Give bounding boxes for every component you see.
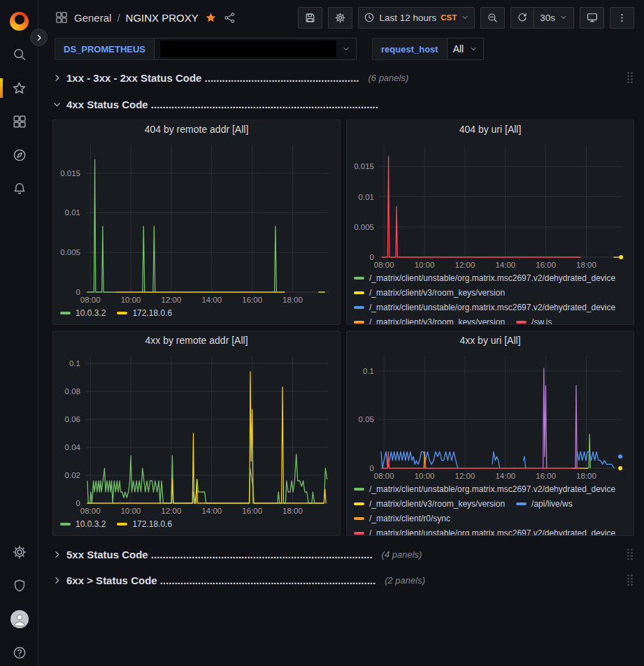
svg-text:10:00: 10:00 [121,507,141,515]
panel-404-by-uri: 404 by uri [All] 00.0050.010.01508:0010:… [346,120,634,325]
svg-text:0.1: 0.1 [69,359,80,368]
legend-label: /_matrix/client/v3/room_keys/version [369,499,505,509]
legend-swatch [354,488,364,491]
svg-text:08:00: 08:00 [80,507,101,515]
breadcrumb-section[interactable]: General [74,12,111,24]
dashboard-settings-button[interactable] [328,7,352,29]
sidebar-item-starred[interactable] [0,75,38,101]
legend-label: /_matrix/client/unstable/org.matrix.msc2… [369,484,615,494]
legend-item[interactable]: /sw.js [516,317,552,324]
legend-item[interactable]: /_matrix/client/unstable/org.matrix.msc2… [354,302,615,313]
sidebar-item-dashboards[interactable] [0,109,38,134]
legend-item[interactable]: /_matrix/client/v3/room_keys/version [354,317,505,324]
row-header-5xx[interactable]: 5xx Status Code ........................… [52,544,634,564]
sidebar-expand-button[interactable] [30,29,48,46]
zoom-out-button[interactable] [480,7,505,29]
svg-text:14:00: 14:00 [495,472,515,480]
legend-item[interactable]: 10.0.3.2 [60,519,106,530]
svg-text:0.005: 0.005 [60,248,80,256]
legend-item[interactable]: /api/live/ws [516,498,573,509]
legend-label: 10.0.3.2 [76,519,106,529]
sidebar-item-profile[interactable] [0,607,38,632]
legend-label: /_matrix/client/unstable/org.matrix.msc2… [369,303,615,312]
svg-text:14:00: 14:00 [201,507,222,515]
row-title: 4xx Status Code ........................… [66,99,378,110]
refresh-button[interactable] [511,8,534,28]
timeseries-chart[interactable]: 00.0050.010.01508:0010:0012:0014:0016:00… [53,138,340,306]
panel-title[interactable]: 4xx by uri [All] [347,331,634,349]
row-panel-count: (6 panels) [368,73,408,83]
legend-label: /_matrix/client/unstable/org.matrix.msc2… [369,273,615,283]
svg-text:16:00: 16:00 [242,507,262,515]
sidebar-item-alerting[interactable] [0,176,38,201]
favorite-star-icon[interactable] [204,11,217,24]
legend-label: /api/live/ws [531,499,573,509]
variable-value-ds-prometheus[interactable] [154,38,357,60]
panel-legend: /_matrix/client/unstable/org.matrix.msc2… [347,271,634,324]
share-icon[interactable] [223,11,236,24]
panel-title[interactable]: 4xx by remote addr [All] [53,331,340,349]
panel-404-by-remote-addr: 404 by remote addr [All] 00.0050.010.015… [52,120,341,325]
chevron-down-icon [52,100,62,109]
svg-text:10:00: 10:00 [415,472,435,480]
timeseries-chart[interactable]: 00.0050.010.01508:0010:0012:0014:0016:00… [347,138,634,271]
row-title: 5xx Status Code ........................… [66,549,373,560]
drag-handle-icon[interactable] [626,574,634,586]
sidebar-item-explore[interactable] [0,143,38,168]
legend-item[interactable]: /_matrix/client/unstable/org.matrix.msc2… [354,273,615,284]
row-header-6xx[interactable]: 6xx > Status Code ......................… [52,570,634,590]
legend-item[interactable]: /_matrix/client/unstable/org.matrix.msc2… [354,528,615,535]
more-options-button[interactable] [610,7,634,29]
legend-label: /_matrix/client/v3/room_keys/version [369,288,505,298]
drag-handle-icon[interactable] [626,548,634,560]
save-dashboard-button[interactable] [298,7,322,29]
compass-icon [12,147,27,163]
refresh-interval-dropdown[interactable]: 30s [534,8,573,28]
dashboard-canvas: 1xx - 3xx - 2xx Status Code ............… [39,64,644,666]
legend-item[interactable]: 172.18.0.6 [117,519,172,530]
legend-item[interactable]: 172.18.0.6 [117,307,172,319]
row-header-4xx[interactable]: 4xx Status Code ........................… [52,94,634,114]
svg-text:16:00: 16:00 [536,472,556,480]
row-header-1xx[interactable]: 1xx - 3xx - 2xx Status Code ............… [52,68,634,87]
legend-item[interactable]: /_matrix/client/r0/sync [354,513,450,524]
sidebar-item-server-admin[interactable] [0,573,38,598]
sidebar-item-search[interactable] [0,42,38,67]
timeseries-chart[interactable]: 00.020.040.060.080.108:0010:0012:0014:00… [53,349,340,517]
shield-icon [12,578,27,593]
timeseries-chart[interactable]: 00.050.108:0010:0012:0014:0016:0018:00 [347,349,634,482]
chevron-down-icon [469,45,478,53]
legend-item[interactable]: 10.0.3.2 [60,307,106,319]
chevron-right-icon [52,73,62,82]
variable-label-request-host[interactable]: request_host [372,38,447,60]
legend-item[interactable]: /_matrix/client/v3/room_keys/version [354,498,505,509]
panel-grid: 404 by remote addr [All] 00.0050.010.015… [52,120,634,536]
svg-text:14:00: 14:00 [201,296,222,304]
legend-swatch [354,306,364,309]
legend-swatch [354,502,364,505]
sidebar [0,0,38,666]
active-indicator [0,78,3,98]
grafana-logo[interactable] [0,8,38,34]
dashboard-title[interactable]: NGINX PROXY [126,12,199,24]
panel-title[interactable]: 404 by remote addr [All] [53,120,340,138]
variable-value-request-host[interactable]: All [447,38,485,60]
legend-swatch [516,502,527,505]
legend-label: /_matrix/client/r0/sync [369,514,450,523]
legend-item[interactable]: /_matrix/client/unstable/org.matrix.msc2… [354,484,615,495]
svg-text:08:00: 08:00 [80,296,101,304]
panel-title[interactable]: 404 by uri [All] [347,120,634,138]
variable-label-ds-prometheus[interactable]: DS_PROMETHEUS [55,38,154,60]
legend-item[interactable]: /_matrix/client/v3/room_keys/version [354,287,505,298]
drag-handle-icon[interactable] [626,71,634,84]
tv-mode-button[interactable] [580,7,604,29]
sidebar-item-settings[interactable] [0,540,38,565]
chevron-down-icon [461,13,469,22]
time-range-picker[interactable]: Last 12 hours CST [358,7,475,29]
svg-text:0.06: 0.06 [65,415,80,424]
legend-swatch [354,532,364,535]
svg-text:12:00: 12:00 [162,296,182,304]
svg-text:12:00: 12:00 [455,261,475,269]
svg-text:0.02: 0.02 [65,471,80,479]
sidebar-item-help[interactable] [0,640,38,665]
